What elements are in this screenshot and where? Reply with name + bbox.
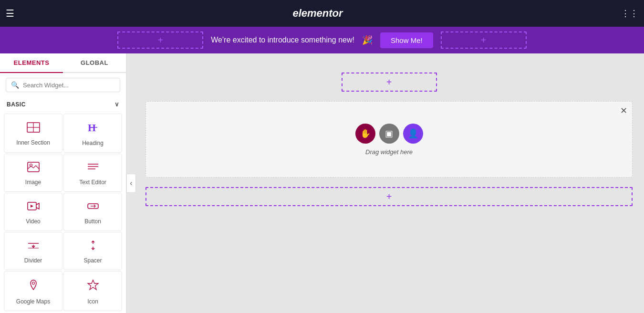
text-editor-icon [87, 162, 99, 175]
widget-item-image[interactable]: Image [4, 154, 62, 192]
widget-item-inner-section[interactable]: Inner Section [4, 114, 62, 153]
action-circles: ✋ ▣ 👤 [355, 124, 423, 144]
column-icon: ▣ [385, 128, 393, 139]
drag-text: Drag widget here [365, 148, 413, 156]
svg-marker-20 [88, 280, 98, 290]
canvas-area: ‹ + ✕ ✋ [126, 53, 644, 313]
section-header-basic: BASIC ∨ [0, 97, 126, 112]
widget-item-icon[interactable]: Icon [63, 271, 122, 311]
section-close-button[interactable]: ✕ [620, 105, 627, 116]
inner-section-icon [27, 122, 40, 136]
collapse-handle[interactable]: ‹ [126, 174, 136, 193]
widget-item-video[interactable]: Video [4, 193, 62, 231]
pointer-icon: ✋ [360, 128, 371, 139]
add-section-bottom-button[interactable]: + [145, 187, 633, 206]
menu-icon[interactable]: ☰ [6, 8, 14, 19]
add-section-right-button[interactable]: + [441, 31, 527, 49]
main-layout: ELEMENTS GLOBAL 🔍 BASIC ∨ [0, 53, 644, 313]
widget-label-text-editor: Text Editor [79, 179, 106, 186]
show-me-button[interactable]: Show Me! [380, 32, 433, 48]
widget-label-divider: Divider [24, 257, 42, 264]
section-label-basic: BASIC [7, 101, 26, 108]
add-icon-canvas-top: + [386, 77, 392, 88]
maps-icon [27, 279, 40, 294]
pointer-circle-button[interactable]: ✋ [355, 124, 375, 144]
widget-label-button: Button [84, 218, 101, 225]
icon-icon [87, 279, 99, 294]
widget-grid: Inner Section H Heading [0, 112, 126, 313]
panel-tabs: ELEMENTS GLOBAL [0, 53, 126, 73]
widget-circle-button[interactable]: 👤 [403, 124, 423, 144]
widget-label-icon: Icon [87, 298, 98, 305]
notif-emoji: 🎉 [362, 35, 373, 45]
widget-item-divider[interactable]: Divider [4, 232, 62, 270]
widget-label-video: Video [26, 218, 40, 225]
search-input[interactable] [23, 82, 115, 89]
search-icon: 🔍 [11, 81, 19, 89]
svg-marker-11 [31, 205, 33, 208]
notification-bar: + We're excited to introduce something n… [0, 27, 644, 53]
divider-icon [27, 240, 40, 253]
section-widget: ✕ ✋ ▣ 👤 Drag widget here [145, 101, 633, 177]
image-icon [27, 162, 40, 175]
spacer-icon [87, 240, 99, 253]
widget-add-icon: 👤 [408, 128, 418, 139]
top-bar: ☰ elementor ⋮⋮ [0, 0, 644, 27]
close-icon: ✕ [620, 106, 627, 115]
widget-item-spacer[interactable]: Spacer [63, 232, 122, 270]
collapse-icon: ‹ [130, 179, 132, 188]
widget-label-spacer: Spacer [83, 257, 102, 264]
add-icon-right: + [481, 35, 487, 45]
notif-text: We're excited to introduce something new… [211, 36, 354, 44]
widget-item-google-maps[interactable]: Google Maps [4, 271, 62, 311]
heading-icon: H [87, 122, 99, 136]
search-bar: 🔍 [6, 78, 120, 92]
add-section-top-button[interactable]: + [342, 73, 437, 92]
column-circle-button[interactable]: ▣ [379, 124, 399, 144]
grid-icon[interactable]: ⋮⋮ [621, 8, 638, 19]
widget-label-heading: Heading [82, 140, 104, 146]
left-panel: ELEMENTS GLOBAL 🔍 BASIC ∨ [0, 53, 126, 313]
button-icon [87, 201, 99, 214]
video-icon [27, 201, 40, 214]
tab-elements[interactable]: ELEMENTS [0, 53, 63, 73]
widget-item-button[interactable]: Button [63, 193, 122, 231]
widget-label-google-maps: Google Maps [16, 298, 50, 305]
add-icon-canvas-bottom: + [386, 191, 392, 202]
widget-item-text-editor[interactable]: Text Editor [63, 154, 122, 192]
tab-global[interactable]: GLOBAL [63, 53, 126, 72]
add-icon-left: + [157, 35, 163, 45]
left-panel-container: ELEMENTS GLOBAL 🔍 BASIC ∨ [0, 53, 126, 313]
widget-label-inner-section: Inner Section [16, 139, 50, 146]
elementor-logo: elementor [20, 7, 615, 20]
add-section-left-button[interactable]: + [117, 31, 203, 49]
widget-label-image: Image [25, 179, 41, 186]
svg-point-19 [32, 282, 34, 284]
chevron-icon[interactable]: ∨ [114, 101, 120, 108]
widget-item-heading[interactable]: H Heading [63, 114, 122, 153]
